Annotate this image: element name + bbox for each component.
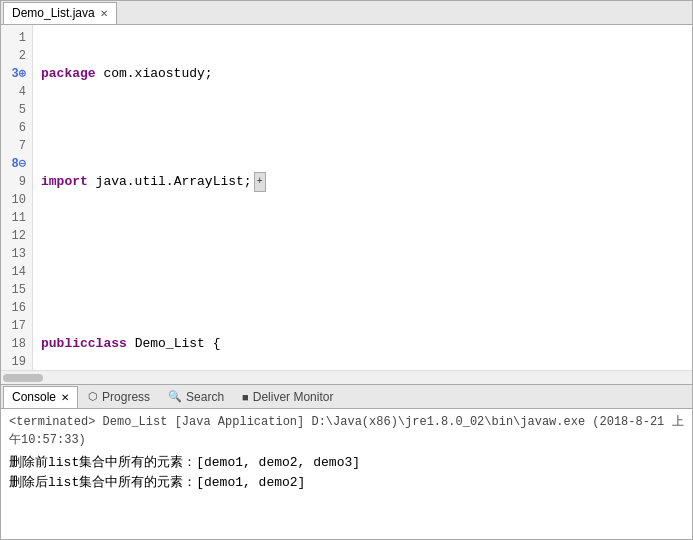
code-content[interactable]: package com.xiaostudy; import java.util.…	[33, 25, 692, 370]
editor-tab[interactable]: Demo_List.java ✕	[3, 2, 117, 24]
code-line-4	[41, 227, 684, 245]
console-tab-bar: Console ✕ ⬡ Progress 🔍 Search ■ Deliver …	[1, 385, 692, 409]
import-fold-marker[interactable]: +	[254, 172, 266, 192]
console-tab-close-icon[interactable]: ✕	[61, 392, 69, 403]
console-body: <terminated> Demo_List [Java Application…	[1, 409, 692, 539]
console-output-line-2: 删除后list集合中所有的元素：[demo1, demo2]	[9, 473, 684, 493]
editor-tab-close-icon[interactable]: ✕	[100, 8, 108, 19]
console-tab-active[interactable]: Console ✕	[3, 386, 78, 408]
console-tab-search[interactable]: 🔍 Search	[160, 386, 232, 408]
code-line-2	[41, 119, 684, 137]
console-pane: Console ✕ ⬡ Progress 🔍 Search ■ Deliver …	[0, 385, 693, 540]
console-output: 删除前list集合中所有的元素：[demo1, demo2, demo3] 删除…	[9, 453, 684, 493]
console-header: <terminated> Demo_List [Java Application…	[9, 413, 684, 449]
horizontal-scrollbar[interactable]	[1, 370, 692, 384]
editor-pane: Demo_List.java ✕ 1 2 3⊕ 4 5 6 7 8⊖ 9 10 …	[0, 0, 693, 385]
progress-icon: ⬡	[88, 390, 98, 403]
console-tab-label: Console	[12, 390, 56, 404]
code-line-6: public class Demo_List {	[41, 335, 684, 353]
editor-tab-bar: Demo_List.java ✕	[1, 1, 692, 25]
console-tab-progress-label: Progress	[102, 390, 150, 404]
console-tab-deliver-label: Deliver Monitor	[253, 390, 334, 404]
editor-tab-label: Demo_List.java	[12, 6, 95, 20]
code-area[interactable]: 1 2 3⊕ 4 5 6 7 8⊖ 9 10 11 12 13 14 15 16…	[1, 25, 692, 370]
deliver-icon: ■	[242, 391, 249, 403]
code-line-3: import java.util.ArrayList;+	[41, 173, 684, 191]
scrollbar-thumb[interactable]	[3, 374, 43, 382]
code-line-5	[41, 281, 684, 299]
console-tab-search-label: Search	[186, 390, 224, 404]
console-output-line-1: 删除前list集合中所有的元素：[demo1, demo2, demo3]	[9, 453, 684, 473]
code-line-1: package com.xiaostudy;	[41, 65, 684, 83]
line-numbers: 1 2 3⊕ 4 5 6 7 8⊖ 9 10 11 12 13 14 15 16…	[1, 25, 33, 370]
console-tab-deliver[interactable]: ■ Deliver Monitor	[234, 386, 341, 408]
console-tab-progress[interactable]: ⬡ Progress	[80, 386, 158, 408]
search-icon: 🔍	[168, 390, 182, 403]
